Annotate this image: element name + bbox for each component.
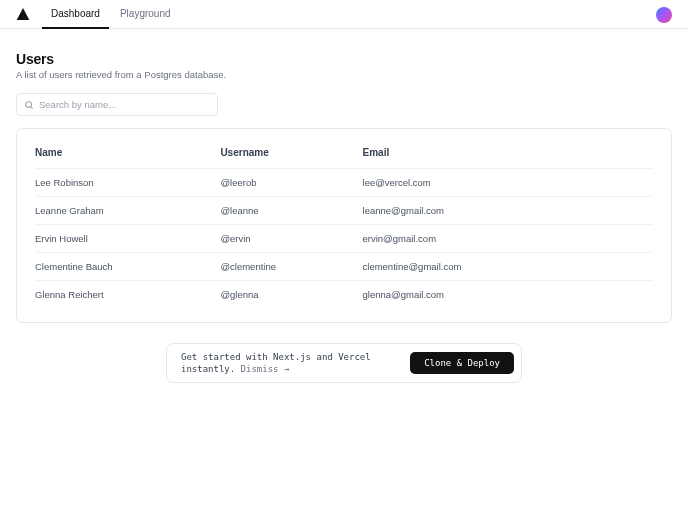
svg-point-1 [26,101,32,107]
cell-username: @ervin [220,233,362,244]
cell-name: Lee Robinson [35,177,220,188]
cta-banner: Get started with Next.js and Vercel inst… [166,343,522,383]
cell-username: @leerob [220,177,362,188]
col-header-name: Name [35,147,220,158]
tab-playground[interactable]: Playground [111,0,180,29]
user-avatar[interactable] [656,7,672,23]
banner-line-2-prefix: instantly. [181,364,241,374]
cell-name: Ervin Howell [35,233,220,244]
cell-username: @glenna [220,289,362,300]
col-header-email: Email [363,147,653,158]
cell-name: Clementine Bauch [35,261,220,272]
page-subtitle: A list of users retrieved from a Postgre… [16,69,672,80]
vercel-logo[interactable] [16,7,30,21]
table-header: Name Username Email [35,147,653,168]
table-row: Lee Robinson @leerob lee@vercel.com [35,168,653,196]
cell-email: glenna@gmail.com [363,289,653,300]
search-input[interactable] [16,93,218,116]
svg-line-2 [31,106,33,108]
cell-email: lee@vercel.com [363,177,653,188]
svg-marker-0 [17,8,30,20]
search-container [16,93,218,116]
cell-username: @clementine [220,261,362,272]
table-row: Leanne Graham @leanne leanne@gmail.com [35,196,653,224]
dismiss-link[interactable]: Dismiss → [241,364,290,374]
cell-name: Leanne Graham [35,205,220,216]
nav-tabs: Dashboard Playground [42,0,180,29]
banner-line-1: Get started with Next.js and Vercel [181,352,371,362]
tab-dashboard[interactable]: Dashboard [42,0,109,29]
cell-email: leanne@gmail.com [363,205,653,216]
table-row: Glenna Reichert @glenna glenna@gmail.com [35,280,653,308]
banner-text: Get started with Next.js and Vercel inst… [181,351,371,375]
cell-username: @leanne [220,205,362,216]
table-row: Clementine Bauch @clementine clementine@… [35,252,653,280]
clone-deploy-button[interactable]: Clone & Deploy [410,352,514,374]
page-content: Users A list of users retrieved from a P… [0,29,688,405]
table-row: Ervin Howell @ervin ervin@gmail.com [35,224,653,252]
page-title: Users [16,51,672,67]
search-icon [24,96,34,114]
users-table: Name Username Email Lee Robinson @leerob… [16,128,672,323]
col-header-username: Username [220,147,362,158]
cell-email: ervin@gmail.com [363,233,653,244]
cell-email: clementine@gmail.com [363,261,653,272]
top-bar: Dashboard Playground [0,0,688,29]
cell-name: Glenna Reichert [35,289,220,300]
